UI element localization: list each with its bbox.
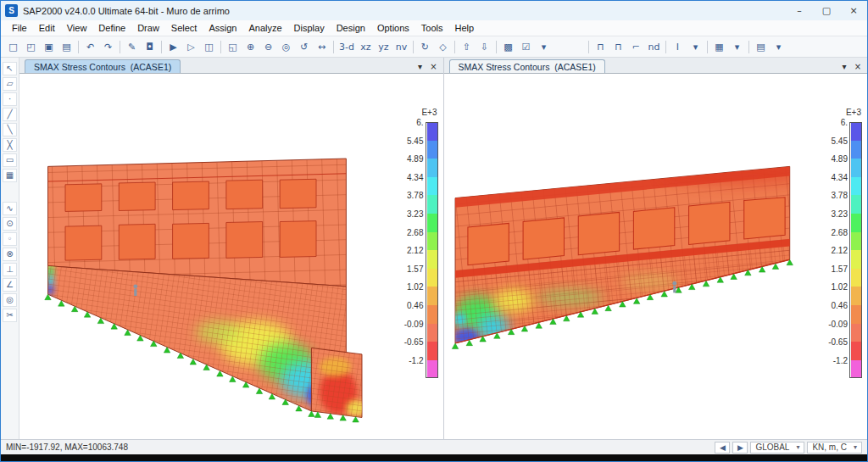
open-file-icon[interactable]: ◰: [23, 39, 39, 55]
up-one-gridline-icon[interactable]: ⇧: [459, 39, 475, 55]
menu-item[interactable]: Define: [92, 21, 131, 35]
legend-value: 3.23: [396, 209, 424, 219]
run-options-icon[interactable]: ▷: [183, 39, 199, 55]
legend-color-swatch: [427, 159, 438, 177]
close-button[interactable]: ×: [840, 1, 867, 20]
pan-icon[interactable]: ↔: [314, 39, 330, 55]
menu-item[interactable]: Display: [288, 21, 331, 35]
legend-color-swatch: [427, 269, 438, 287]
menu-item[interactable]: Design: [331, 21, 371, 35]
section-cut-tool[interactable]: ✂: [3, 309, 17, 322]
snap-perpendicular-tool[interactable]: ⊥: [3, 263, 17, 276]
quick-area-tool[interactable]: ▦: [3, 169, 17, 182]
nd-button[interactable]: nd: [646, 39, 662, 55]
toolbar-separator: [413, 41, 414, 53]
right-view-canvas[interactable]: [444, 74, 815, 439]
legend-value: 6.: [820, 118, 848, 127]
tab-smax-stress-contours-right[interactable]: SMAX Stress Contours (ACASE1): [449, 59, 605, 73]
snap-joints-tool[interactable]: ⊙: [3, 217, 17, 231]
snap-angle-tool[interactable]: ∠: [3, 278, 17, 292]
redo-icon[interactable]: ↷: [100, 39, 116, 55]
area-section-arrow[interactable]: ▾: [729, 39, 745, 55]
menu-item[interactable]: Tools: [415, 21, 449, 35]
zoom-rect-icon[interactable]: ◱: [225, 39, 241, 55]
new-model-icon[interactable]: □: [5, 39, 21, 55]
view-dropdown-caret-icon[interactable]: ▾: [414, 59, 427, 73]
zoom-full-icon[interactable]: ◎: [278, 39, 294, 55]
table-icon[interactable]: ▤: [753, 39, 769, 55]
quick-brace-tool[interactable]: ╳: [3, 138, 17, 152]
draw-frame-tool[interactable]: ╱: [3, 108, 17, 121]
show-windows-icon[interactable]: ◫: [201, 39, 217, 55]
minimize-button[interactable]: –: [786, 1, 813, 20]
legend-exponent-label: E+3: [421, 108, 437, 117]
draw-joint-tool[interactable]: ·: [3, 92, 17, 106]
legend-value: 4.34: [396, 173, 424, 182]
view-3d-button[interactable]: 3-d: [337, 39, 356, 55]
legend-value: -1.2: [820, 356, 848, 365]
menu-item[interactable]: Draw: [131, 21, 165, 35]
display-options-icon[interactable]: ☑: [518, 39, 534, 55]
menu-item[interactable]: Assign: [203, 21, 242, 35]
previous-view-icon[interactable]: ◀: [715, 442, 730, 454]
quick-frame-tool[interactable]: ╲: [3, 123, 17, 136]
select-pointer-tool[interactable]: ↖: [3, 62, 17, 75]
draw-wall-stack-icon[interactable]: ⊓: [593, 39, 609, 55]
draw-mode-icon[interactable]: ✎: [124, 39, 140, 55]
draw-opening-icon[interactable]: ⌐: [628, 39, 644, 55]
coordinate-system-value: GLOBAL: [755, 443, 789, 452]
legend-value: -0.09: [396, 320, 424, 329]
perspective-icon[interactable]: ◇: [435, 39, 451, 55]
more-display-arrow[interactable]: ▾: [536, 39, 552, 55]
measure-tool[interactable]: ◎: [3, 293, 17, 307]
menu-item[interactable]: Help: [449, 21, 481, 35]
menu-item[interactable]: Select: [165, 21, 203, 35]
draw-wall-gap-icon[interactable]: ⊓: [610, 39, 626, 55]
print-icon[interactable]: ▤: [58, 39, 75, 55]
viewport-right-tabbar: SMAX Stress Contours (ACASE1) ▾ ×: [444, 58, 868, 74]
zoom-out-icon[interactable]: ⊖: [260, 39, 276, 55]
menu-item[interactable]: Edit: [33, 21, 61, 35]
frame-section-arrow[interactable]: ▾: [687, 39, 704, 55]
zoom-in-icon[interactable]: ⊕: [242, 39, 259, 55]
rotate-view-icon[interactable]: ↻: [417, 39, 433, 55]
toolbar-separator: [161, 41, 162, 53]
select-poly-tool[interactable]: ▱: [3, 77, 17, 91]
legend-value: 2.68: [820, 228, 848, 237]
maximize-button[interactable]: ▢: [813, 1, 840, 20]
menu-item[interactable]: File: [6, 21, 33, 35]
units-select[interactable]: KN, m, C ▾: [807, 442, 862, 454]
menu-item[interactable]: Options: [371, 21, 415, 35]
frame-section-icon[interactable]: I: [670, 39, 686, 55]
view-yz-button[interactable]: yz: [376, 39, 392, 55]
legend-value: 5.45: [396, 136, 424, 146]
snap-intersections-tool[interactable]: ⊗: [3, 248, 17, 261]
view-dropdown-caret-icon[interactable]: ▾: [837, 59, 851, 73]
close-view-icon[interactable]: ×: [427, 59, 441, 73]
view-xz-button[interactable]: xz: [358, 39, 374, 55]
menu-item[interactable]: View: [61, 21, 93, 35]
save-model-icon[interactable]: ▣: [41, 39, 57, 55]
table-arrow[interactable]: ▾: [771, 39, 787, 55]
snap-midpoints-tool[interactable]: ◦: [3, 232, 17, 246]
left-view-canvas[interactable]: [19, 74, 391, 439]
run-analysis-icon[interactable]: ▶: [165, 39, 181, 55]
retaining-wall-model: [47, 159, 365, 417]
object-shrink-icon[interactable]: ▩: [500, 39, 516, 55]
menu-item[interactable]: Analyze: [242, 21, 287, 35]
lock-model-icon[interactable]: ◘: [142, 39, 158, 55]
viewport-left-body: E+3 6. 5.45 4.89 4.34: [19, 74, 443, 439]
zoom-previous-icon[interactable]: ↺: [296, 39, 312, 55]
draw-link-tool[interactable]: ∿: [3, 202, 17, 215]
close-view-icon[interactable]: ×: [851, 59, 865, 73]
legend-entry: -1.2: [820, 360, 862, 379]
legend-value: -0.65: [820, 337, 848, 347]
tab-smax-stress-contours-left[interactable]: SMAX Stress Contours (ACASE1): [25, 59, 181, 73]
view-nv-button[interactable]: nv: [393, 39, 409, 55]
undo-icon[interactable]: ↶: [82, 39, 98, 55]
draw-area-tool[interactable]: ▭: [3, 153, 17, 167]
next-view-icon[interactable]: ▶: [732, 442, 748, 454]
down-one-gridline-icon[interactable]: ⇩: [476, 39, 492, 55]
area-section-icon[interactable]: ▦: [711, 39, 727, 55]
coordinate-system-select[interactable]: GLOBAL ▾: [750, 442, 804, 454]
